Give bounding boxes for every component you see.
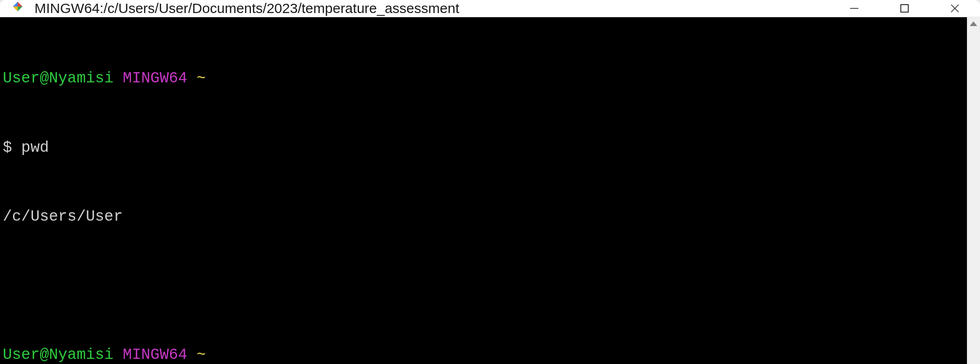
terminal-wrapper: User@Nyamisi MINGW64 ~ $ pwd /c/Users/Us… [0,17,980,364]
minimize-button[interactable] [829,0,879,17]
window-title: MINGW64:/c/Users/User/Documents/2023/tem… [34,0,829,16]
prompt-user: User@Nyamisi [3,346,114,364]
command-line: $ pwd [3,136,964,160]
command-prefix: $ [3,139,21,156]
app-icon [9,0,26,17]
svg-rect-6 [901,5,908,12]
output-line: /c/Users/User [3,205,964,229]
svg-marker-4 [13,2,18,7]
prompt-mingw: MINGW64 [122,346,187,364]
close-icon [950,3,960,13]
svg-marker-1 [18,2,22,7]
window-controls [829,0,980,17]
blank-line [3,275,964,298]
scrollbar[interactable] [967,17,980,364]
prompt-line: User@Nyamisi MINGW64 ~ [3,344,964,364]
minimize-icon [849,3,859,13]
close-button[interactable] [930,0,980,17]
prompt-path: ~ [197,70,206,87]
terminal-window: MINGW64:/c/Users/User/Documents/2023/tem… [0,0,980,364]
maximize-button[interactable] [879,0,930,17]
prompt-path: ~ [197,346,206,364]
output-text: /c/Users/User [3,208,122,225]
prompt-line: User@Nyamisi MINGW64 ~ [3,67,964,90]
terminal-content[interactable]: User@Nyamisi MINGW64 ~ $ pwd /c/Users/Us… [0,17,967,364]
svg-marker-9 [970,21,977,26]
prompt-mingw: MINGW64 [122,70,187,87]
svg-marker-3 [13,7,18,11]
maximize-icon [900,4,909,13]
prompt-user: User@Nyamisi [3,70,114,87]
svg-marker-2 [18,7,22,11]
scroll-up-arrow-icon[interactable] [967,17,980,30]
command-text: pwd [21,139,49,156]
window-titlebar[interactable]: MINGW64:/c/Users/User/Documents/2023/tem… [0,0,980,17]
